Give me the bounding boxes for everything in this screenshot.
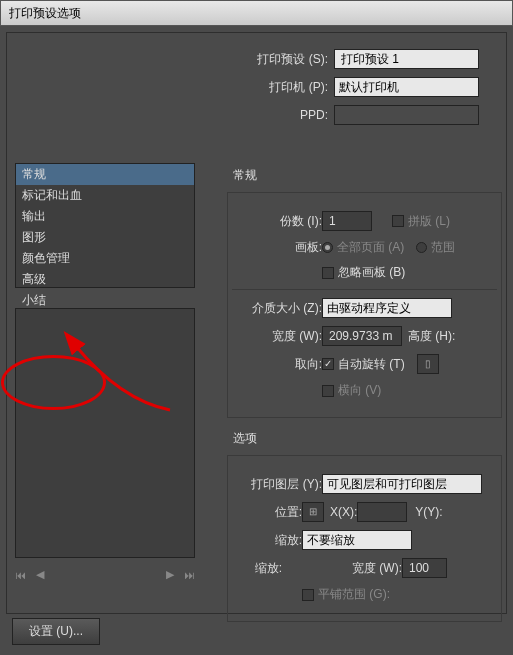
general-title: 常规: [233, 167, 506, 184]
sidebar-item-color[interactable]: 颜色管理: [16, 248, 194, 269]
sidebar: 常规 标记和出血 输出 图形 颜色管理 高级 小结 ⏮ ◀ ▶ ⏭: [15, 163, 195, 581]
placement-label: 位置:: [232, 504, 302, 521]
gen-width-input: [322, 326, 402, 346]
titlebar: 打印预设选项: [0, 0, 513, 26]
general-group: 份数 (I): 拼版 (L) 画板: 全部页面 (A) 范围: [227, 192, 502, 418]
scale-label: 缩放:: [232, 532, 302, 549]
sidebar-item-graphics[interactable]: 图形: [16, 227, 194, 248]
ignore-artboard-label: 忽略画板 (B): [338, 264, 405, 281]
preview-box: [15, 308, 195, 558]
sidebar-item-output[interactable]: 输出: [16, 206, 194, 227]
preview-nav: ⏮ ◀ ▶ ⏭: [15, 568, 195, 581]
preset-input[interactable]: [334, 49, 479, 69]
setup-button[interactable]: 设置 (U)...: [12, 618, 100, 645]
media-label: 介质大小 (Z):: [232, 300, 322, 317]
all-pages-label: 全部页面 (A): [337, 239, 404, 256]
printer-dropdown[interactable]: 默认打印机: [334, 77, 479, 97]
options-title: 选项: [233, 430, 506, 447]
ignore-artboard-checkbox[interactable]: [322, 267, 334, 279]
auto-rotate-checkbox[interactable]: [322, 358, 334, 370]
placement-grid-icon[interactable]: ⊞: [302, 502, 324, 522]
sidebar-item-general[interactable]: 常规: [16, 164, 194, 185]
printer-label: 打印机 (P):: [224, 79, 334, 96]
scale2-label: 缩放:: [232, 560, 282, 577]
dialog-body: 打印预设 (S): 打印机 (P): 默认打印机 PPD: 常规 标记和出血 输…: [6, 32, 507, 614]
opt-width-label: 宽度 (W):: [352, 560, 402, 577]
category-list[interactable]: 常规 标记和出血 输出 图形 颜色管理 高级 小结: [15, 163, 195, 288]
collate-label: 拼版 (L): [408, 213, 450, 230]
tile-checkbox[interactable]: [302, 589, 314, 601]
auto-rotate-label: 自动旋转 (T): [338, 356, 405, 373]
copies-input[interactable]: [322, 211, 372, 231]
sidebar-item-marks[interactable]: 标记和出血: [16, 185, 194, 206]
media-dropdown[interactable]: 由驱动程序定义: [322, 298, 452, 318]
opt-width-input[interactable]: [402, 558, 447, 578]
nav-next-icon[interactable]: ▶: [166, 568, 174, 581]
gen-height-label: 高度 (H):: [408, 328, 455, 345]
nav-last-icon[interactable]: ⏭: [184, 569, 195, 581]
range-radio[interactable]: [416, 242, 427, 253]
y-label: Y(Y):: [415, 505, 442, 519]
orient-label: 取向:: [232, 356, 322, 373]
top-fields: 打印预设 (S): 打印机 (P): 默认打印机 PPD:: [224, 41, 504, 133]
ppd-dropdown: [334, 105, 479, 125]
gen-width-label: 宽度 (W):: [232, 328, 322, 345]
landscape-label: 横向 (V): [338, 382, 381, 399]
sidebar-item-advanced[interactable]: 高级: [16, 269, 194, 290]
orient-portrait-icon[interactable]: ▯: [417, 354, 439, 374]
options-group: 打印图层 (Y): 可见图层和可打印图层 位置: ⊞ X(X): Y(Y): 缩…: [227, 455, 502, 622]
all-pages-radio[interactable]: [322, 242, 333, 253]
x-input[interactable]: [357, 502, 407, 522]
copies-label: 份数 (I):: [232, 213, 322, 230]
nav-first-icon[interactable]: ⏮: [15, 569, 26, 581]
nav-prev-icon[interactable]: ◀: [36, 568, 44, 581]
collate-checkbox[interactable]: [392, 215, 404, 227]
artboard-label: 画板:: [232, 239, 322, 256]
ppd-label: PPD:: [224, 108, 334, 122]
x-label: X(X):: [330, 505, 357, 519]
preset-label: 打印预设 (S):: [224, 51, 334, 68]
layers-dropdown[interactable]: 可见图层和可打印图层: [322, 474, 482, 494]
layers-label: 打印图层 (Y):: [232, 476, 322, 493]
tile-label: 平铺范围 (G):: [318, 586, 390, 603]
range-label: 范围: [431, 239, 455, 256]
scale-dropdown[interactable]: 不要缩放: [302, 530, 412, 550]
landscape-checkbox[interactable]: [322, 385, 334, 397]
right-pane: 常规 份数 (I): 拼版 (L) 画板: 全部页面 (A): [223, 163, 506, 613]
window-title: 打印预设选项: [9, 6, 81, 20]
print-preset-dialog: 打印预设选项 打印预设 (S): 打印机 (P): 默认打印机 PPD: 常规 …: [0, 0, 513, 655]
